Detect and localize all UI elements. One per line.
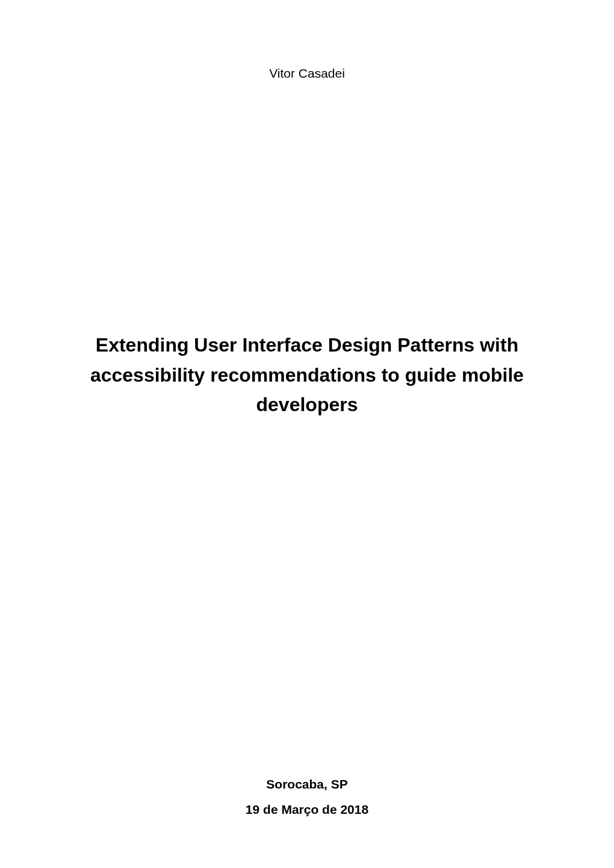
date: 19 de Março de 2018 [0, 802, 614, 817]
title-line-3: developers [63, 390, 551, 420]
title-line-2: accessibility recommendations to guide m… [63, 361, 551, 391]
location: Sorocaba, SP [0, 777, 614, 792]
author-name: Vitor Casadei [57, 66, 557, 81]
title-line-1: Extending User Interface Design Patterns… [63, 330, 551, 361]
footer: Sorocaba, SP 19 de Março de 2018 [0, 777, 614, 817]
document-title: Extending User Interface Design Patterns… [57, 330, 557, 420]
